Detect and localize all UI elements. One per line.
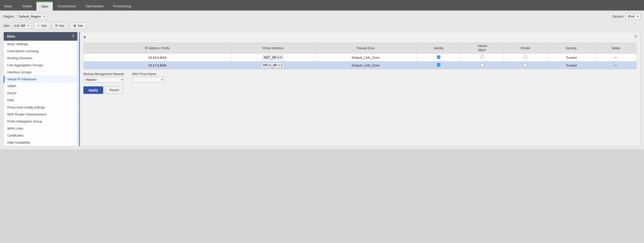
sidebar-help-icon[interactable]: ? (72, 34, 74, 39)
panel-help-icon[interactable]: ? (634, 35, 637, 40)
sidebar-item-ndp-router[interactable]: NDP Router Advertisement (4, 111, 77, 118)
col-header-private: Private (504, 43, 547, 54)
sidebar-item-basic-settings[interactable]: Basic Settings (4, 41, 77, 48)
virt-iface-select-2[interactable]: MPLS_BR-1-2 (262, 63, 284, 68)
copy-site-icon: ⧉ (55, 24, 58, 28)
sidebar-item-link-aggregation[interactable]: Link Aggregation Groups (4, 62, 77, 69)
cell-virt-iface-2: MPLS_BR-1-2 (231, 62, 315, 69)
main-area: Region: Default_Region ▼ Section: IPv4 ▼… (0, 11, 644, 149)
sidebar: Sites ? Basic Settings Centralized Licen… (4, 32, 78, 146)
sidebar-item-certificates[interactable]: Certificates (4, 132, 77, 139)
tab-basic[interactable]: Basic (0, 2, 17, 11)
delete-icon-1[interactable]: ↩ (614, 55, 617, 59)
cell-virt-iface-1: INET_BR-3-4 (231, 54, 315, 62)
cell-ip-2 (84, 62, 231, 69)
delete-site-button[interactable]: 🗑 Site (70, 22, 86, 29)
sidebar-item-vrrp[interactable]: VRRP (4, 83, 77, 90)
cell-identity-2 (416, 62, 461, 69)
ip-address-table: IP Address / Prefix Virtual Interface Fi… (83, 42, 637, 69)
private-checkbox-2[interactable] (524, 63, 527, 67)
add-site-button[interactable]: ＋ Site (33, 22, 50, 29)
section-select[interactable]: IPv4 (626, 14, 640, 19)
tab-optimization[interactable]: Optimization (81, 2, 108, 11)
sidebar-item-dhcp[interactable]: DHCP (4, 90, 77, 97)
delete-site-label: Site (78, 24, 83, 28)
table-row: INET_BR-3-4 Default_LAN_Zone (84, 54, 637, 62)
virt-iface-select-1[interactable]: INET_BR-3-4 (262, 55, 283, 60)
sidebar-item-proxy-autoconfig[interactable]: Proxy Auto-config settings (4, 104, 77, 111)
site-label: Site: (4, 24, 10, 28)
col-header-delete: Delete (595, 43, 636, 54)
sidebar-item-virtual-ip[interactable]: Virtual IP Addresses (4, 76, 77, 83)
cell-private-1 (504, 54, 547, 62)
backup-mgmt-select-wrap: <None> ▼ (83, 77, 125, 83)
cell-ip-1 (84, 54, 231, 62)
cell-security-1: Trusted (547, 54, 595, 62)
sidebar-item-interface-groups[interactable]: Interface Groups (4, 69, 77, 76)
ip-input-2[interactable] (86, 64, 229, 67)
panel-top-bar: + ? (83, 35, 637, 40)
copy-site-button[interactable]: ⧉ Site (52, 22, 68, 29)
right-panel: + ? IP Address / Prefix Virtual Interfac… (79, 32, 640, 146)
sidebar-item-prefix-delegation[interactable]: Prefix Delegation Group (4, 118, 77, 125)
cell-inband-1 (461, 54, 504, 62)
col-header-identity: Identity (416, 43, 461, 54)
delete-icon-2[interactable]: ↩ (614, 63, 617, 67)
copy-site-label: Site (59, 24, 64, 28)
private-checkbox-1[interactable] (524, 55, 527, 59)
site-row: Site: SJC-BR ▼ ＋ Site ⧉ Site 🗑 Site (4, 22, 640, 29)
dns-proxy-select-wrap: ▼ (132, 77, 165, 83)
table-row: MPLS_BR-1-2 Default_LAN_Zone (84, 62, 637, 69)
col-header-security: Security (547, 43, 595, 54)
add-entry-button[interactable]: + (83, 35, 86, 40)
dns-proxy-group: DNS Proxy Name: ▼ (132, 72, 165, 83)
col-header-fw-zone: Firewall Zone (315, 43, 416, 54)
inband-checkbox-2[interactable] (481, 63, 484, 67)
inband-checkbox-1[interactable] (481, 55, 484, 59)
backup-mgmt-label: Backup Management Network: (83, 72, 125, 76)
apply-button[interactable]: Apply (83, 86, 103, 94)
delete-site-icon: 🗑 (73, 24, 76, 28)
tab-sites[interactable]: Sites (36, 2, 53, 11)
tab-global[interactable]: Global (18, 2, 36, 11)
add-site-label: Site (41, 24, 47, 28)
sidebar-title: Sites (7, 34, 15, 38)
backup-mgmt-group: Backup Management Network: <None> ▼ (83, 72, 125, 83)
identity-checkbox-1[interactable] (437, 55, 440, 59)
sidebar-item-high-availability[interactable]: High Availability (4, 139, 77, 146)
cell-identity-1 (416, 54, 461, 62)
site-select-wrap: SJC-BR ▼ (12, 23, 31, 29)
col-header-inband: InbandMgmt. (461, 43, 504, 54)
identity-checkbox-2[interactable] (437, 63, 440, 67)
tab-connections[interactable]: Connections (53, 2, 80, 11)
sidebar-item-routing-domains[interactable]: Routing Domains (4, 55, 77, 62)
tab-provisioning[interactable]: Provisioning (109, 2, 136, 11)
add-site-plus-icon: ＋ (37, 23, 40, 28)
section-select-wrap: IPv4 ▼ (626, 14, 640, 19)
top-tab-bar: Basic Global Sites Connections Optimizat… (0, 0, 644, 11)
cell-private-2 (504, 62, 547, 69)
sidebar-header: Sites ? (4, 32, 77, 41)
cell-delete-2: ↩ (595, 62, 636, 69)
action-buttons: Apply Revert (83, 86, 637, 94)
bottom-section: Backup Management Network: <None> ▼ DNS … (83, 72, 637, 83)
revert-button[interactable]: Revert (105, 86, 123, 94)
ip-input-1[interactable] (86, 56, 229, 59)
dns-proxy-label: DNS Proxy Name: (132, 72, 165, 76)
section-label: Section: (612, 15, 624, 18)
cell-fw-zone-1: Default_LAN_Zone (315, 54, 416, 62)
region-select[interactable]: Default_Region (17, 14, 47, 19)
sidebar-item-dns[interactable]: DNS (4, 97, 77, 104)
backup-mgmt-select[interactable]: <None> (83, 77, 124, 83)
col-header-virt-iface: Virtual Interface (231, 43, 315, 54)
col-header-ip-prefix: IP Address / Prefix (84, 43, 231, 54)
dns-proxy-select[interactable] (132, 77, 165, 83)
sidebar-menu: Basic Settings Centralized Licensing Rou… (4, 41, 77, 146)
site-select[interactable]: SJC-BR (12, 23, 31, 29)
cell-fw-zone-2: Default_LAN_Zone (315, 62, 416, 69)
region-select-wrap: Default_Region ▼ (17, 14, 47, 19)
sidebar-item-centralized-licensing[interactable]: Centralized Licensing (4, 48, 77, 55)
region-label: Region: (4, 15, 15, 18)
sidebar-item-wan-links[interactable]: WAN Links (4, 125, 77, 132)
cell-delete-1: ↩ (595, 54, 636, 62)
